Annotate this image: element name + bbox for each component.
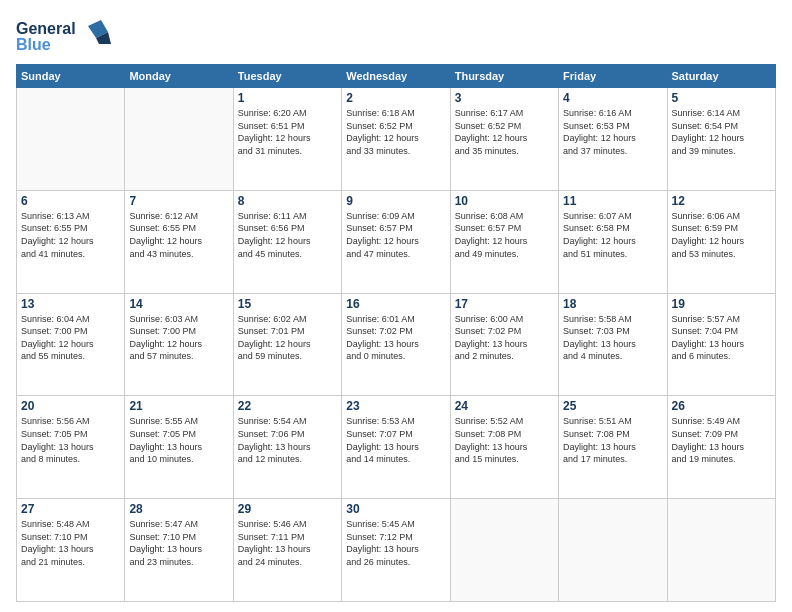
calendar-day-cell: 30Sunrise: 5:45 AM Sunset: 7:12 PM Dayli… <box>342 499 450 602</box>
calendar-week-row: 6Sunrise: 6:13 AM Sunset: 6:55 PM Daylig… <box>17 190 776 293</box>
day-info: Sunrise: 5:45 AM Sunset: 7:12 PM Dayligh… <box>346 518 445 568</box>
calendar-day-cell: 12Sunrise: 6:06 AM Sunset: 6:59 PM Dayli… <box>667 190 775 293</box>
weekday-header: Tuesday <box>233 65 341 88</box>
day-number: 26 <box>672 399 771 413</box>
svg-text:General: General <box>16 20 76 37</box>
day-info: Sunrise: 5:54 AM Sunset: 7:06 PM Dayligh… <box>238 415 337 465</box>
calendar-day-cell <box>559 499 667 602</box>
calendar-day-cell <box>17 88 125 191</box>
calendar-day-cell: 7Sunrise: 6:12 AM Sunset: 6:55 PM Daylig… <box>125 190 233 293</box>
calendar-day-cell: 13Sunrise: 6:04 AM Sunset: 7:00 PM Dayli… <box>17 293 125 396</box>
calendar-day-cell: 26Sunrise: 5:49 AM Sunset: 7:09 PM Dayli… <box>667 396 775 499</box>
day-number: 3 <box>455 91 554 105</box>
day-info: Sunrise: 6:18 AM Sunset: 6:52 PM Dayligh… <box>346 107 445 157</box>
day-number: 28 <box>129 502 228 516</box>
weekday-header: Thursday <box>450 65 558 88</box>
svg-text:Blue: Blue <box>16 36 51 53</box>
page-container: General Blue SundayMondayTuesdayWednesda… <box>0 0 792 612</box>
day-number: 4 <box>563 91 662 105</box>
day-number: 29 <box>238 502 337 516</box>
day-number: 19 <box>672 297 771 311</box>
calendar-day-cell: 25Sunrise: 5:51 AM Sunset: 7:08 PM Dayli… <box>559 396 667 499</box>
day-number: 25 <box>563 399 662 413</box>
calendar-day-cell: 15Sunrise: 6:02 AM Sunset: 7:01 PM Dayli… <box>233 293 341 396</box>
day-info: Sunrise: 6:11 AM Sunset: 6:56 PM Dayligh… <box>238 210 337 260</box>
day-number: 9 <box>346 194 445 208</box>
day-info: Sunrise: 5:56 AM Sunset: 7:05 PM Dayligh… <box>21 415 120 465</box>
day-number: 5 <box>672 91 771 105</box>
calendar-week-row: 13Sunrise: 6:04 AM Sunset: 7:00 PM Dayli… <box>17 293 776 396</box>
logo: General Blue <box>16 16 116 56</box>
day-info: Sunrise: 5:53 AM Sunset: 7:07 PM Dayligh… <box>346 415 445 465</box>
day-info: Sunrise: 6:17 AM Sunset: 6:52 PM Dayligh… <box>455 107 554 157</box>
day-number: 20 <box>21 399 120 413</box>
day-number: 17 <box>455 297 554 311</box>
calendar-day-cell: 1Sunrise: 6:20 AM Sunset: 6:51 PM Daylig… <box>233 88 341 191</box>
calendar-day-cell: 22Sunrise: 5:54 AM Sunset: 7:06 PM Dayli… <box>233 396 341 499</box>
day-number: 1 <box>238 91 337 105</box>
calendar-week-row: 27Sunrise: 5:48 AM Sunset: 7:10 PM Dayli… <box>17 499 776 602</box>
day-number: 30 <box>346 502 445 516</box>
day-info: Sunrise: 6:08 AM Sunset: 6:57 PM Dayligh… <box>455 210 554 260</box>
weekday-header: Saturday <box>667 65 775 88</box>
day-info: Sunrise: 6:02 AM Sunset: 7:01 PM Dayligh… <box>238 313 337 363</box>
day-number: 11 <box>563 194 662 208</box>
day-number: 12 <box>672 194 771 208</box>
calendar-day-cell: 29Sunrise: 5:46 AM Sunset: 7:11 PM Dayli… <box>233 499 341 602</box>
day-number: 24 <box>455 399 554 413</box>
day-number: 13 <box>21 297 120 311</box>
calendar-day-cell: 8Sunrise: 6:11 AM Sunset: 6:56 PM Daylig… <box>233 190 341 293</box>
day-number: 18 <box>563 297 662 311</box>
calendar-day-cell: 16Sunrise: 6:01 AM Sunset: 7:02 PM Dayli… <box>342 293 450 396</box>
calendar-day-cell: 2Sunrise: 6:18 AM Sunset: 6:52 PM Daylig… <box>342 88 450 191</box>
day-number: 6 <box>21 194 120 208</box>
calendar-week-row: 20Sunrise: 5:56 AM Sunset: 7:05 PM Dayli… <box>17 396 776 499</box>
calendar-day-cell: 28Sunrise: 5:47 AM Sunset: 7:10 PM Dayli… <box>125 499 233 602</box>
day-number: 16 <box>346 297 445 311</box>
page-header: General Blue <box>16 16 776 56</box>
day-info: Sunrise: 5:55 AM Sunset: 7:05 PM Dayligh… <box>129 415 228 465</box>
day-number: 10 <box>455 194 554 208</box>
weekday-header: Wednesday <box>342 65 450 88</box>
calendar-day-cell: 24Sunrise: 5:52 AM Sunset: 7:08 PM Dayli… <box>450 396 558 499</box>
day-info: Sunrise: 6:20 AM Sunset: 6:51 PM Dayligh… <box>238 107 337 157</box>
calendar-day-cell: 6Sunrise: 6:13 AM Sunset: 6:55 PM Daylig… <box>17 190 125 293</box>
calendar-day-cell: 17Sunrise: 6:00 AM Sunset: 7:02 PM Dayli… <box>450 293 558 396</box>
calendar-day-cell: 4Sunrise: 6:16 AM Sunset: 6:53 PM Daylig… <box>559 88 667 191</box>
calendar-table: SundayMondayTuesdayWednesdayThursdayFrid… <box>16 64 776 602</box>
day-info: Sunrise: 6:01 AM Sunset: 7:02 PM Dayligh… <box>346 313 445 363</box>
weekday-header-row: SundayMondayTuesdayWednesdayThursdayFrid… <box>17 65 776 88</box>
day-number: 2 <box>346 91 445 105</box>
calendar-day-cell: 14Sunrise: 6:03 AM Sunset: 7:00 PM Dayli… <box>125 293 233 396</box>
day-info: Sunrise: 5:48 AM Sunset: 7:10 PM Dayligh… <box>21 518 120 568</box>
day-info: Sunrise: 6:13 AM Sunset: 6:55 PM Dayligh… <box>21 210 120 260</box>
day-info: Sunrise: 5:58 AM Sunset: 7:03 PM Dayligh… <box>563 313 662 363</box>
day-info: Sunrise: 5:52 AM Sunset: 7:08 PM Dayligh… <box>455 415 554 465</box>
day-info: Sunrise: 6:00 AM Sunset: 7:02 PM Dayligh… <box>455 313 554 363</box>
calendar-day-cell: 23Sunrise: 5:53 AM Sunset: 7:07 PM Dayli… <box>342 396 450 499</box>
day-number: 23 <box>346 399 445 413</box>
calendar-day-cell <box>125 88 233 191</box>
day-info: Sunrise: 6:16 AM Sunset: 6:53 PM Dayligh… <box>563 107 662 157</box>
calendar-day-cell: 21Sunrise: 5:55 AM Sunset: 7:05 PM Dayli… <box>125 396 233 499</box>
day-info: Sunrise: 6:12 AM Sunset: 6:55 PM Dayligh… <box>129 210 228 260</box>
day-info: Sunrise: 5:57 AM Sunset: 7:04 PM Dayligh… <box>672 313 771 363</box>
day-number: 8 <box>238 194 337 208</box>
day-info: Sunrise: 5:51 AM Sunset: 7:08 PM Dayligh… <box>563 415 662 465</box>
calendar-day-cell: 11Sunrise: 6:07 AM Sunset: 6:58 PM Dayli… <box>559 190 667 293</box>
calendar-week-row: 1Sunrise: 6:20 AM Sunset: 6:51 PM Daylig… <box>17 88 776 191</box>
weekday-header: Sunday <box>17 65 125 88</box>
calendar-day-cell: 10Sunrise: 6:08 AM Sunset: 6:57 PM Dayli… <box>450 190 558 293</box>
day-number: 22 <box>238 399 337 413</box>
calendar-day-cell <box>450 499 558 602</box>
weekday-header: Monday <box>125 65 233 88</box>
calendar-day-cell: 9Sunrise: 6:09 AM Sunset: 6:57 PM Daylig… <box>342 190 450 293</box>
day-number: 14 <box>129 297 228 311</box>
calendar-day-cell: 3Sunrise: 6:17 AM Sunset: 6:52 PM Daylig… <box>450 88 558 191</box>
day-info: Sunrise: 6:14 AM Sunset: 6:54 PM Dayligh… <box>672 107 771 157</box>
day-info: Sunrise: 5:47 AM Sunset: 7:10 PM Dayligh… <box>129 518 228 568</box>
calendar-day-cell: 20Sunrise: 5:56 AM Sunset: 7:05 PM Dayli… <box>17 396 125 499</box>
day-info: Sunrise: 6:09 AM Sunset: 6:57 PM Dayligh… <box>346 210 445 260</box>
calendar-day-cell: 27Sunrise: 5:48 AM Sunset: 7:10 PM Dayli… <box>17 499 125 602</box>
logo-svg: General Blue <box>16 16 116 56</box>
